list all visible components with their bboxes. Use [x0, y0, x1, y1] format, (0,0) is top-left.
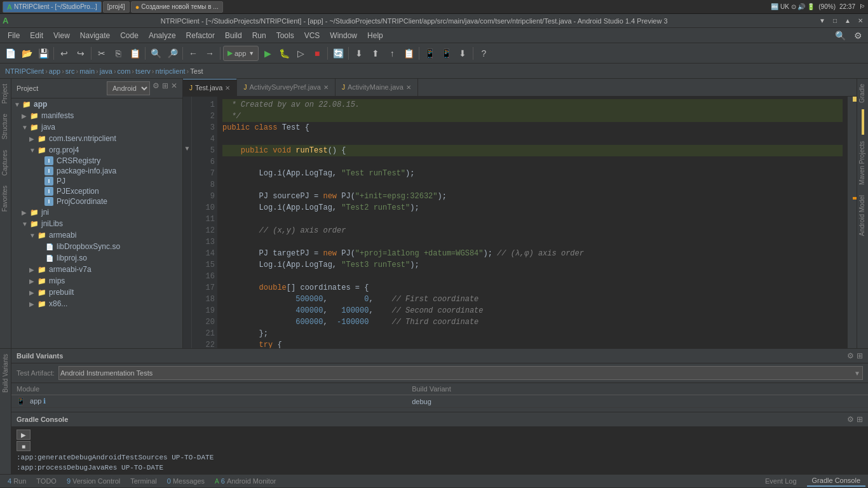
- bv-artifact-select[interactable]: Android Instrumentation Tests Unit Tests: [58, 366, 863, 380]
- search-button[interactable]: 🔍: [832, 28, 848, 43]
- breadcrumb-src[interactable]: src: [65, 67, 75, 75]
- bottom-tab-vcs[interactable]: 9 Version Control: [62, 476, 125, 486]
- tree-item-libproj[interactable]: 📄 libproj.so: [11, 252, 182, 264]
- menu-view[interactable]: View: [48, 30, 75, 41]
- tree-item-libdropbox[interactable]: 📄 libDropboxSync.so: [11, 241, 182, 252]
- gc-stop-button[interactable]: ■: [17, 441, 31, 451]
- tree-item-mips[interactable]: ▶ 📁 mips: [11, 275, 182, 287]
- tree-item-pj[interactable]: I PJ: [11, 176, 182, 186]
- stop-button[interactable]: ■: [309, 46, 325, 61]
- settings-icon[interactable]: ⚙: [850, 28, 865, 43]
- menu-analyze[interactable]: Analyze: [144, 30, 181, 41]
- breadcrumb-ntripclient2[interactable]: ntripclient: [156, 67, 186, 75]
- coverage-button[interactable]: ▷: [293, 46, 308, 61]
- right-label-gradle[interactable]: Gradle: [857, 79, 868, 108]
- breadcrumb-com[interactable]: com: [118, 67, 131, 75]
- debug-button[interactable]: 🐛: [276, 46, 292, 61]
- menu-code[interactable]: Code: [115, 30, 144, 41]
- breadcrumb-tserv[interactable]: tserv: [135, 67, 151, 75]
- menu-tools[interactable]: Tools: [271, 30, 299, 41]
- bottom-tab-messages[interactable]: 0 Messages: [162, 476, 210, 486]
- right-label-android-model[interactable]: Android Model: [857, 190, 868, 241]
- avd-button[interactable]: 📱: [438, 46, 454, 61]
- tree-item-projcoordinate[interactable]: I ProjCoordinate: [11, 196, 182, 207]
- breadcrumb-app[interactable]: app: [49, 67, 60, 75]
- tab-close-maine[interactable]: ✕: [406, 84, 411, 91]
- save-button[interactable]: 💾: [36, 46, 51, 61]
- menu-build[interactable]: Build: [220, 30, 247, 41]
- gc-run-button[interactable]: ▶: [17, 430, 31, 440]
- restore-button[interactable]: □: [830, 16, 840, 26]
- run-config[interactable]: ▶ app ▼: [223, 46, 259, 61]
- tree-item-org-proj4[interactable]: ▼ 📁 org.proj4: [11, 144, 182, 156]
- tree-item-jnilibs[interactable]: ▼ 📁 jniLibs: [11, 218, 182, 229]
- bv-settings-icon[interactable]: ⚙: [847, 351, 854, 360]
- left-label-build-variants[interactable]: Build Variants: [1, 349, 10, 398]
- tree-item-jni[interactable]: ▶ 📁 jni: [11, 207, 182, 218]
- tree-item-prebuilt[interactable]: ▶ 📁 prebuilt: [11, 287, 182, 298]
- taskbar-item-ntripclient[interactable]: A NTRIPClient - [~/StudioPro...]: [3, 1, 102, 13]
- tab-activity-survey[interactable]: J ActivitySurveyPref.java ✕: [237, 79, 335, 96]
- tree-item-crsregistry[interactable]: I CRSRegistry: [11, 156, 182, 166]
- maximize-button[interactable]: ▲: [843, 16, 853, 26]
- right-label-maven[interactable]: Maven Projects: [857, 136, 868, 190]
- cut-button[interactable]: ✂: [94, 46, 109, 61]
- bottom-tab-android-monitor[interactable]: A 6 Android Monitor: [210, 476, 281, 486]
- forward-button[interactable]: →: [202, 46, 217, 61]
- vcs-push-button[interactable]: ↑: [384, 46, 400, 61]
- menu-help[interactable]: Help: [362, 30, 388, 41]
- breadcrumb-java[interactable]: java: [100, 67, 112, 75]
- menu-edit[interactable]: Edit: [25, 30, 48, 41]
- taskbar-item-proj4[interactable]: [proj4]: [103, 1, 130, 13]
- expand-icon[interactable]: ⊞: [162, 81, 168, 95]
- back-button[interactable]: ←: [186, 46, 201, 61]
- close-icon[interactable]: ✕: [171, 81, 177, 95]
- run-button[interactable]: ▶: [260, 46, 275, 61]
- tab-test-java[interactable]: J Test.java ✕: [183, 79, 237, 96]
- help-button[interactable]: ?: [476, 46, 491, 61]
- tree-item-x86[interactable]: ▶ 📁 x86...: [11, 298, 182, 309]
- bv-expand-icon[interactable]: ⊞: [857, 351, 863, 360]
- bottom-tab-todo[interactable]: TODO: [31, 476, 62, 486]
- taskbar-item-chrome[interactable]: ● Создание новой темы в ...: [131, 1, 223, 13]
- gc-expand-icon[interactable]: ⊞: [857, 415, 863, 424]
- find-button[interactable]: 🔍: [148, 46, 163, 61]
- paste-button[interactable]: 📋: [127, 46, 142, 61]
- menu-navigate[interactable]: Navigate: [75, 30, 115, 41]
- find-replace-button[interactable]: 🔎: [165, 46, 180, 61]
- menu-refactor[interactable]: Refactor: [181, 30, 220, 41]
- tree-item-armeabi[interactable]: ▼ 📁 armeabi: [11, 229, 182, 241]
- bottom-tab-event-log[interactable]: Event Log: [760, 475, 802, 487]
- tree-item-app[interactable]: ▼ 📁 app: [11, 98, 182, 110]
- tree-item-armeabi-v7a[interactable]: ▶ 📁 armeabi-v7a: [11, 264, 182, 275]
- left-label-captures[interactable]: Captures: [0, 145, 11, 181]
- gradle-sync-button[interactable]: 🔄: [330, 46, 346, 61]
- tab-close-test[interactable]: ✕: [225, 85, 230, 92]
- vcs-history-button[interactable]: 📋: [401, 46, 416, 61]
- code-content[interactable]: * Created by av on 22.08.15. */ public c…: [217, 97, 848, 348]
- open-button[interactable]: 📂: [19, 46, 34, 61]
- device-manager-button[interactable]: 📱: [422, 46, 437, 61]
- left-label-structure[interactable]: Structure: [0, 109, 11, 145]
- tab-close-survey[interactable]: ✕: [323, 84, 329, 91]
- left-label-project[interactable]: Project: [0, 79, 11, 109]
- copy-button[interactable]: ⎘: [111, 46, 126, 61]
- breadcrumb-main[interactable]: main: [79, 67, 95, 75]
- bottom-tab-terminal[interactable]: Terminal: [125, 476, 162, 486]
- tree-item-java[interactable]: ▼ 📁 java: [11, 121, 182, 133]
- view-mode-select[interactable]: Android Project: [107, 81, 150, 95]
- breadcrumb-ntripclient[interactable]: NTRIPClient: [5, 67, 44, 75]
- info-icon[interactable]: ℹ: [43, 397, 46, 405]
- menu-vcs[interactable]: VCS: [299, 30, 325, 41]
- menu-file[interactable]: File: [3, 30, 25, 41]
- gear-icon[interactable]: ⚙: [153, 81, 159, 95]
- gc-settings-icon[interactable]: ⚙: [847, 415, 854, 424]
- tree-item-package-info[interactable]: I package-info.java: [11, 166, 182, 176]
- tree-item-manifests[interactable]: ▶ 📁 manifests: [11, 110, 182, 121]
- vcs-update-button[interactable]: ⬇: [351, 46, 367, 61]
- minimize-button[interactable]: ▼: [817, 16, 827, 26]
- menu-run[interactable]: Run: [247, 30, 271, 41]
- close-button[interactable]: ✕: [855, 16, 865, 26]
- vcs-commit-button[interactable]: ⬆: [368, 46, 383, 61]
- tree-item-pjexception[interactable]: I PJException: [11, 186, 182, 196]
